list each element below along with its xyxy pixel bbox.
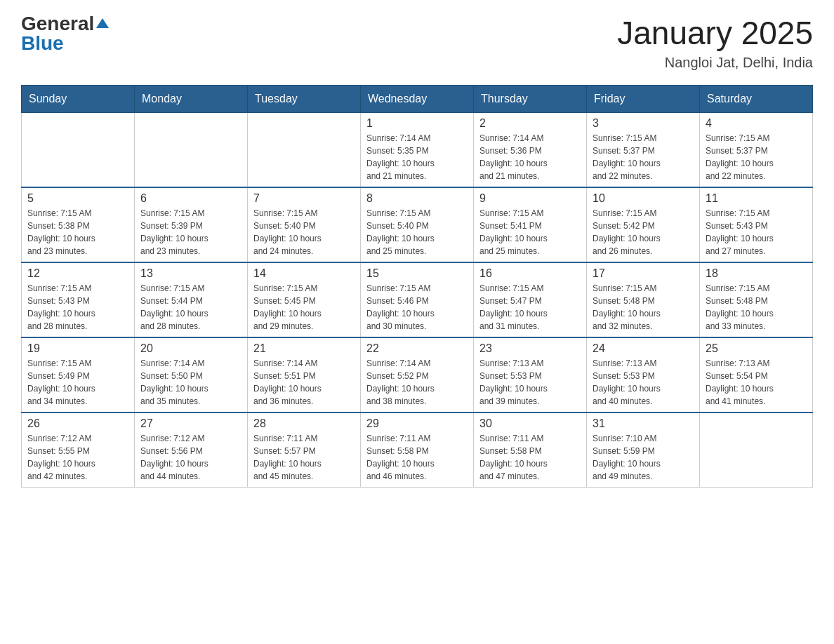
day-info: Sunrise: 7:15 AM Sunset: 5:41 PM Dayligh… [479,207,581,257]
day-number: 27 [140,417,241,430]
day-info: Sunrise: 7:15 AM Sunset: 5:43 PM Dayligh… [27,282,128,333]
day-cell: 7Sunrise: 7:15 AM Sunset: 5:40 PM Daylig… [248,187,361,262]
page-header: General Blue January 2025 Nangloi Jat, D… [21,14,813,71]
day-info: Sunrise: 7:11 AM Sunset: 5:57 PM Dayligh… [253,432,355,483]
day-number: 22 [366,342,468,355]
day-cell: 25Sunrise: 7:13 AM Sunset: 5:54 PM Dayli… [700,337,813,412]
day-cell: 21Sunrise: 7:14 AM Sunset: 5:51 PM Dayli… [248,337,361,412]
logo-general-text: General [21,13,94,34]
week-row-3: 12Sunrise: 7:15 AM Sunset: 5:43 PM Dayli… [22,262,813,337]
day-number: 28 [253,417,355,430]
day-cell [22,113,135,188]
header-sunday: Sunday [22,86,135,113]
day-number: 16 [479,267,581,280]
day-cell: 4Sunrise: 7:15 AM Sunset: 5:37 PM Daylig… [700,113,813,188]
day-number: 25 [706,342,807,355]
day-cell: 5Sunrise: 7:15 AM Sunset: 5:38 PM Daylig… [22,187,135,262]
day-cell: 10Sunrise: 7:15 AM Sunset: 5:42 PM Dayli… [587,187,700,262]
day-number: 9 [479,192,581,205]
day-cell: 22Sunrise: 7:14 AM Sunset: 5:52 PM Dayli… [361,337,474,412]
header-tuesday: Tuesday [248,86,361,113]
day-info: Sunrise: 7:12 AM Sunset: 5:56 PM Dayligh… [140,432,241,483]
day-cell: 16Sunrise: 7:15 AM Sunset: 5:47 PM Dayli… [474,262,587,337]
day-number: 10 [593,192,694,205]
day-info: Sunrise: 7:13 AM Sunset: 5:54 PM Dayligh… [706,357,807,408]
day-info: Sunrise: 7:13 AM Sunset: 5:53 PM Dayligh… [479,357,581,408]
day-number: 21 [253,342,355,355]
day-info: Sunrise: 7:11 AM Sunset: 5:58 PM Dayligh… [479,432,581,483]
day-info: Sunrise: 7:14 AM Sunset: 5:52 PM Dayligh… [366,357,468,408]
day-cell: 29Sunrise: 7:11 AM Sunset: 5:58 PM Dayli… [361,412,474,488]
day-cell: 2Sunrise: 7:14 AM Sunset: 5:36 PM Daylig… [474,113,587,188]
day-info: Sunrise: 7:15 AM Sunset: 5:48 PM Dayligh… [706,282,807,333]
day-number: 6 [140,192,241,205]
day-info: Sunrise: 7:15 AM Sunset: 5:47 PM Dayligh… [479,282,581,333]
day-number: 31 [593,417,694,430]
week-row-2: 5Sunrise: 7:15 AM Sunset: 5:38 PM Daylig… [22,187,813,262]
week-row-1: 1Sunrise: 7:14 AM Sunset: 5:35 PM Daylig… [22,113,813,188]
day-number: 3 [593,117,694,130]
day-number: 26 [27,417,128,430]
day-number: 23 [479,342,581,355]
day-number: 19 [27,342,128,355]
day-info: Sunrise: 7:15 AM Sunset: 5:45 PM Dayligh… [253,282,355,333]
day-info: Sunrise: 7:15 AM Sunset: 5:40 PM Dayligh… [366,207,468,257]
day-number: 5 [27,192,128,205]
day-number: 4 [706,117,807,130]
day-cell: 20Sunrise: 7:14 AM Sunset: 5:50 PM Dayli… [135,337,248,412]
day-info: Sunrise: 7:15 AM Sunset: 5:43 PM Dayligh… [706,207,807,257]
day-cell: 30Sunrise: 7:11 AM Sunset: 5:58 PM Dayli… [474,412,587,488]
day-cell: 27Sunrise: 7:12 AM Sunset: 5:56 PM Dayli… [135,412,248,488]
day-info: Sunrise: 7:15 AM Sunset: 5:40 PM Dayligh… [253,207,355,257]
logo-blue-text: Blue [21,32,64,54]
day-info: Sunrise: 7:15 AM Sunset: 5:38 PM Dayligh… [27,207,128,257]
day-info: Sunrise: 7:14 AM Sunset: 5:50 PM Dayligh… [140,357,241,408]
day-number: 7 [253,192,355,205]
day-cell: 26Sunrise: 7:12 AM Sunset: 5:55 PM Dayli… [22,412,135,488]
day-cell: 3Sunrise: 7:15 AM Sunset: 5:37 PM Daylig… [587,113,700,188]
day-number: 13 [140,267,241,280]
calendar-subtitle: Nangloi Jat, Delhi, India [617,55,813,71]
day-cell: 19Sunrise: 7:15 AM Sunset: 5:49 PM Dayli… [22,337,135,412]
logo-triangle-icon [96,18,109,28]
day-info: Sunrise: 7:10 AM Sunset: 5:59 PM Dayligh… [593,432,694,483]
day-number: 29 [366,417,468,430]
day-cell: 31Sunrise: 7:10 AM Sunset: 5:59 PM Dayli… [587,412,700,488]
day-cell: 12Sunrise: 7:15 AM Sunset: 5:43 PM Dayli… [22,262,135,337]
day-info: Sunrise: 7:13 AM Sunset: 5:53 PM Dayligh… [593,357,694,408]
day-info: Sunrise: 7:15 AM Sunset: 5:46 PM Dayligh… [366,282,468,333]
day-number: 24 [593,342,694,355]
week-row-4: 19Sunrise: 7:15 AM Sunset: 5:49 PM Dayli… [22,337,813,412]
day-number: 20 [140,342,241,355]
header-wednesday: Wednesday [361,86,474,113]
day-info: Sunrise: 7:14 AM Sunset: 5:51 PM Dayligh… [253,357,355,408]
day-info: Sunrise: 7:11 AM Sunset: 5:58 PM Dayligh… [366,432,468,483]
day-info: Sunrise: 7:15 AM Sunset: 5:42 PM Dayligh… [593,207,694,257]
day-info: Sunrise: 7:14 AM Sunset: 5:35 PM Dayligh… [366,132,468,182]
day-cell: 1Sunrise: 7:14 AM Sunset: 5:35 PM Daylig… [361,113,474,188]
day-number: 12 [27,267,128,280]
week-row-5: 26Sunrise: 7:12 AM Sunset: 5:55 PM Dayli… [22,412,813,488]
day-number: 11 [706,192,807,205]
day-cell: 13Sunrise: 7:15 AM Sunset: 5:44 PM Dayli… [135,262,248,337]
day-cell [248,113,361,188]
day-info: Sunrise: 7:15 AM Sunset: 5:49 PM Dayligh… [27,357,128,408]
day-number: 30 [479,417,581,430]
day-cell: 6Sunrise: 7:15 AM Sunset: 5:39 PM Daylig… [135,187,248,262]
day-cell: 14Sunrise: 7:15 AM Sunset: 5:45 PM Dayli… [248,262,361,337]
day-info: Sunrise: 7:15 AM Sunset: 5:37 PM Dayligh… [706,132,807,182]
title-section: January 2025 Nangloi Jat, Delhi, India [617,14,813,71]
day-cell: 17Sunrise: 7:15 AM Sunset: 5:48 PM Dayli… [587,262,700,337]
calendar-table: SundayMondayTuesdayWednesdayThursdayFrid… [21,85,813,488]
day-number: 18 [706,267,807,280]
day-number: 1 [366,117,468,130]
calendar-title: January 2025 [617,14,813,52]
day-info: Sunrise: 7:15 AM Sunset: 5:48 PM Dayligh… [593,282,694,333]
day-number: 17 [593,267,694,280]
day-number: 2 [479,117,581,130]
logo: General Blue [21,14,109,53]
day-cell: 11Sunrise: 7:15 AM Sunset: 5:43 PM Dayli… [700,187,813,262]
day-cell [700,412,813,488]
header-friday: Friday [587,86,700,113]
day-number: 15 [366,267,468,280]
